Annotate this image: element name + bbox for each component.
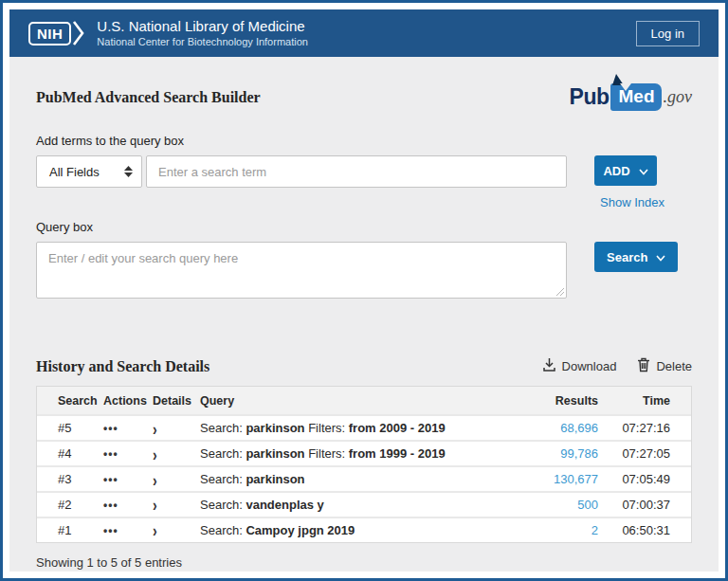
results-count-link[interactable]: 68,696 (560, 421, 598, 435)
table-header-row: Search Actions Details Query Results Tim… (37, 387, 691, 414)
search-button[interactable]: Search (594, 242, 678, 272)
row-search-number: #5 (58, 421, 103, 435)
query-term: parkinson (246, 472, 304, 486)
actions-menu-button[interactable]: ••• (103, 499, 153, 512)
delete-button[interactable]: Delete (637, 357, 692, 375)
add-terms-label: Add terms to the query box (36, 134, 692, 148)
field-select[interactable]: All Fields (36, 155, 142, 188)
history-table: Search Actions Details Query Results Tim… (36, 386, 692, 543)
filters-label: Filters: (305, 446, 349, 461)
details-expand-button[interactable]: › (153, 495, 200, 515)
org-name-block: U.S. National Library of Medicine Nation… (97, 18, 308, 49)
row-time: 07:05:49 (602, 472, 670, 486)
pubmed-logo-gov: .gov (664, 87, 693, 107)
query-cell: Search: Campoy jpgn 2019 (200, 523, 520, 537)
col-details: Details (153, 394, 200, 408)
actions-menu-button[interactable]: ••• (103, 447, 153, 461)
table-row: #4 ••• › Search: parkinson Filters: from… (37, 440, 691, 465)
main-content: PubMed Advanced Search Builder Pub Med .… (9, 57, 719, 572)
search-button-label: Search (607, 250, 647, 264)
nih-logo[interactable]: NIH (28, 22, 71, 45)
row-time: 07:27:16 (602, 421, 670, 435)
results-count-link[interactable]: 2 (592, 523, 598, 537)
details-expand-button[interactable]: › (153, 418, 200, 438)
download-label: Download (562, 359, 617, 373)
actions-menu-button[interactable]: ••• (103, 422, 153, 435)
pubmed-logo-pub: Pub (570, 84, 610, 110)
col-actions: Actions (103, 394, 153, 408)
results-count-link[interactable]: 99,786 (560, 446, 598, 461)
query-prefix: Search: (200, 472, 246, 486)
filters-label: Filters: (305, 421, 349, 435)
row-time: 06:50:31 (602, 523, 670, 537)
details-expand-button[interactable]: › (153, 520, 200, 540)
filters-value: from 2009 - 2019 (349, 421, 446, 435)
pubmed-logo[interactable]: Pub Med .gov (570, 83, 692, 111)
download-icon (542, 357, 556, 375)
table-row: #2 ••• › Search: vandenplas y 500 07:00:… (37, 491, 691, 517)
col-results: Results (520, 394, 602, 408)
trash-icon (637, 357, 650, 375)
login-button[interactable]: Log in (636, 21, 700, 46)
table-row: #3 ••• › Search: parkinson 130,677 07:05… (37, 465, 691, 491)
nih-chevron-icon (72, 19, 85, 47)
query-term: Campoy jpgn 2019 (246, 523, 355, 537)
row-search-number: #1 (58, 523, 103, 537)
details-expand-button[interactable]: › (153, 444, 200, 463)
page-title: PubMed Advanced Search Builder (36, 89, 261, 106)
chevron-down-icon (656, 250, 665, 264)
pubmed-logo-book: Med (610, 83, 662, 111)
table-row: #5 ••• › Search: parkinson Filters: from… (37, 414, 691, 440)
add-button[interactable]: ADD (594, 155, 657, 186)
row-search-number: #2 (58, 498, 103, 512)
row-search-number: #4 (58, 446, 103, 461)
select-updown-icon (124, 166, 133, 177)
add-button-label: ADD (603, 164, 629, 178)
query-cell: Search: parkinson Filters: from 1999 - 2… (200, 446, 520, 461)
results-count-link[interactable]: 130,677 (554, 472, 598, 486)
history-title: History and Search Details (36, 358, 209, 375)
query-term: parkinson (246, 421, 304, 435)
query-prefix: Search: (200, 523, 246, 537)
table-entries-summary: Showing 1 to 5 of 5 entries (36, 555, 692, 570)
actions-menu-button[interactable]: ••• (103, 473, 153, 486)
query-prefix: Search: (200, 446, 246, 461)
query-term: vandenplas y (246, 498, 323, 512)
org-name-line1[interactable]: U.S. National Library of Medicine (97, 18, 308, 36)
query-cell: Search: parkinson Filters: from 2009 - 2… (200, 421, 520, 435)
query-prefix: Search: (200, 421, 246, 435)
download-button[interactable]: Download (542, 357, 617, 375)
page: NIH U.S. National Library of Medicine Na… (9, 9, 719, 572)
query-cell: Search: parkinson (200, 472, 520, 486)
query-cell: Search: vandenplas y (200, 498, 520, 512)
resize-grip-icon[interactable] (556, 282, 564, 300)
filters-value: from 1999 - 2019 (349, 446, 446, 461)
row-search-number: #3 (58, 472, 103, 486)
book-notch-icon (620, 83, 631, 91)
query-prefix: Search: (200, 498, 246, 512)
field-select-value: All Fields (49, 165, 100, 179)
query-term: parkinson (246, 446, 304, 461)
top-header: NIH U.S. National Library of Medicine Na… (9, 9, 719, 57)
table-row: #1 ••• › Search: Campoy jpgn 2019 2 06:5… (37, 517, 691, 542)
delete-label: Delete (656, 359, 692, 373)
col-search: Search (58, 394, 103, 408)
row-time: 07:00:37 (602, 498, 670, 512)
details-expand-button[interactable]: › (153, 469, 200, 489)
actions-menu-button[interactable]: ••• (103, 524, 153, 537)
results-count-link[interactable]: 500 (577, 498, 598, 512)
query-box-textarea[interactable] (36, 242, 567, 299)
col-time: Time (602, 394, 670, 408)
query-box-label: Query box (36, 220, 692, 234)
col-query: Query (200, 394, 520, 408)
chevron-down-icon (639, 164, 648, 178)
row-time: 07:27:05 (602, 446, 670, 461)
org-name-line2: National Center for Biotechnology Inform… (97, 36, 308, 49)
show-index-link[interactable]: Show Index (600, 195, 664, 209)
search-term-input[interactable] (146, 155, 567, 188)
